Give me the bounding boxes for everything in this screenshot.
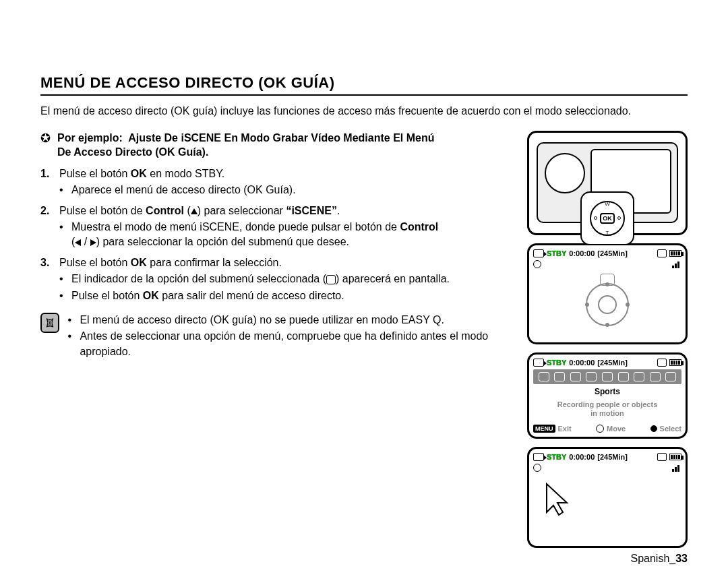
scene-icon-7 [634, 372, 644, 381]
s2b1-e: ) para seleccionar la opción del submenú… [96, 236, 349, 247]
ok-wheel: W OK T [590, 201, 625, 236]
move-icon [596, 425, 604, 433]
rec-time: 0:00:00 [569, 249, 595, 257]
s2b1-d: / [81, 236, 90, 247]
step-2: Pulse el botón de Control () para selecc… [40, 204, 514, 250]
up-arrow-icon [191, 208, 198, 214]
footer-lang: Spanish_ [630, 553, 675, 564]
lcd-screen-3: STBY 0:00:00 [245Min] [527, 447, 688, 548]
page-title: MENÚ DE ACCESO DIRECTO (OK GUÍA) [40, 74, 688, 94]
right-column: W OK T STBY 0:00:00 [245Min] [527, 131, 688, 548]
svg-marker-0 [547, 484, 567, 515]
s3-bullet-1: El indicador de la opción del submenú se… [59, 272, 514, 286]
steps-list: Pulse el botón OK en modo STBY. Aparece … [40, 166, 514, 303]
card-icon [657, 359, 667, 367]
remain-time: [245Min] [597, 453, 628, 461]
scene-icon-5 [602, 372, 613, 381]
left-dot-icon [594, 216, 597, 220]
content-columns: ✪ Por ejemplo: Ajuste De iSCENE En Modo … [40, 131, 688, 548]
stby-label: STBY [547, 453, 566, 461]
ok-button-icon: OK [600, 213, 615, 224]
zoom-w-label: W [605, 201, 610, 207]
note-block: El menú de acceso directo (OK guía) no s… [40, 313, 514, 361]
s2-frag-a: Pulse el botón de [59, 205, 146, 216]
battery-icon [669, 359, 681, 366]
s3b2-c: para salir del menú de acceso directo. [159, 290, 344, 301]
video-mode-icon [533, 453, 544, 461]
s2-bullet-1: Muestra el modo de menú iSCENE, donde pu… [59, 220, 514, 250]
s1-frag-b: OK [131, 168, 147, 179]
s2-frag-c: ( [184, 205, 191, 216]
s2-frag-f: . [337, 205, 340, 216]
rec-dot-icon [533, 464, 541, 472]
scene-icon-6 [618, 372, 629, 381]
lcd-screen-1: STBY 0:00:00 [245Min] [527, 243, 688, 344]
exit-label: Exit [558, 425, 572, 433]
lcd2-status-bar: STBY 0:00:00 [245Min] [533, 359, 681, 367]
move-label: Move [607, 425, 626, 433]
scene-desc-line2: in motion [590, 409, 624, 417]
step-1-bullets: Aparece el menú de acceso directo (OK Gu… [59, 183, 514, 197]
video-mode-icon [533, 359, 544, 367]
lcd1-body [533, 271, 681, 338]
step-3: Pulse el botón OK para confirmar la sele… [40, 255, 514, 303]
s2-frag-d: ) para seleccionar [198, 205, 286, 216]
note-list: El menú de acceso directo (OK guía) no s… [67, 313, 514, 361]
zoom-t-label: T [606, 230, 609, 236]
rec-time: 0:00:00 [569, 453, 595, 461]
scene-description: Recording people or objects in motion [533, 400, 681, 418]
selected-scene-label: Sports [533, 387, 681, 396]
lcd2-footer: MENUExit Move Select [533, 425, 681, 433]
ok-ring-icon [586, 283, 629, 326]
camcorder-illustration: W OK T [527, 131, 688, 235]
s3-bullet-2: Pulse el botón OK para salir del menú de… [59, 288, 514, 303]
scene-icon-8 [650, 372, 661, 381]
rec-time: 0:00:00 [569, 359, 595, 367]
example-text: Por ejemplo: Ajuste De iSCENE En Modo Gr… [57, 131, 435, 160]
scene-icon-3 [570, 372, 581, 381]
step-3-bullets: El indicador de la opción del submenú se… [59, 272, 514, 303]
s3-frag-c: para confirmar la selección. [147, 257, 282, 268]
select-icon [650, 425, 657, 432]
scene-icon-2 [554, 372, 565, 381]
step-2-bullets: Muestra el modo de menú iSCENE, donde pu… [59, 220, 514, 250]
scene-icon-1 [539, 372, 549, 381]
left-column: ✪ Por ejemplo: Ajuste De iSCENE En Modo … [40, 131, 514, 548]
diamond-icon: ✪ [40, 132, 51, 160]
footer-page: 33 [675, 553, 688, 564]
battery-icon [669, 454, 681, 460]
camcorder-lens [545, 153, 585, 193]
lcd-screen-2: STBY 0:00:00 [245Min] [527, 352, 688, 439]
quality-bars-icon [672, 260, 681, 268]
stby-label: STBY [547, 359, 566, 367]
card-icon [657, 249, 667, 257]
video-mode-icon [533, 249, 544, 257]
rec-dot-icon [533, 260, 541, 268]
s1-frag-c: en modo STBY. [147, 168, 224, 179]
example-block: ✪ Por ejemplo: Ajuste De iSCENE En Modo … [40, 131, 514, 160]
s1-frag-a: Pulse el botón [59, 168, 131, 179]
remain-time: [245Min] [597, 249, 628, 257]
manual-page: MENÚ DE ACCESO DIRECTO (OK GUÍA) El menú… [0, 0, 728, 585]
quality-bars-icon [672, 464, 681, 472]
lcd3-body [533, 474, 681, 542]
step-1: Pulse el botón OK en modo STBY. Aparece … [40, 166, 514, 198]
right-dot-icon [617, 216, 621, 220]
s2-frag-b: Control [146, 205, 184, 216]
example-line2: De Acceso Directo (OK Guía). [57, 146, 208, 158]
note-icon [40, 313, 59, 333]
ok-control-pad: W OK T [580, 191, 634, 245]
cursor-arrow-icon [545, 483, 572, 519]
example-line1: Ajuste De iSCENE En Modo Grabar Vídeo Me… [128, 132, 434, 144]
s3b2-a: Pulse el botón [71, 290, 143, 301]
s2b1-b: Control [400, 221, 438, 233]
lcd1-second-bar [533, 260, 681, 268]
s3-frag-b: OK [131, 257, 147, 268]
lcd1-status-bar: STBY 0:00:00 [245Min] [533, 249, 681, 257]
page-footer: Spanish_33 [630, 553, 688, 565]
s3b2-b: OK [143, 290, 159, 301]
menu-chip: MENU [533, 425, 555, 433]
stby-label: STBY [547, 249, 566, 257]
title-row: MENÚ DE ACCESO DIRECTO (OK GUÍA) [40, 74, 688, 96]
example-label: Por ejemplo: [57, 132, 123, 144]
